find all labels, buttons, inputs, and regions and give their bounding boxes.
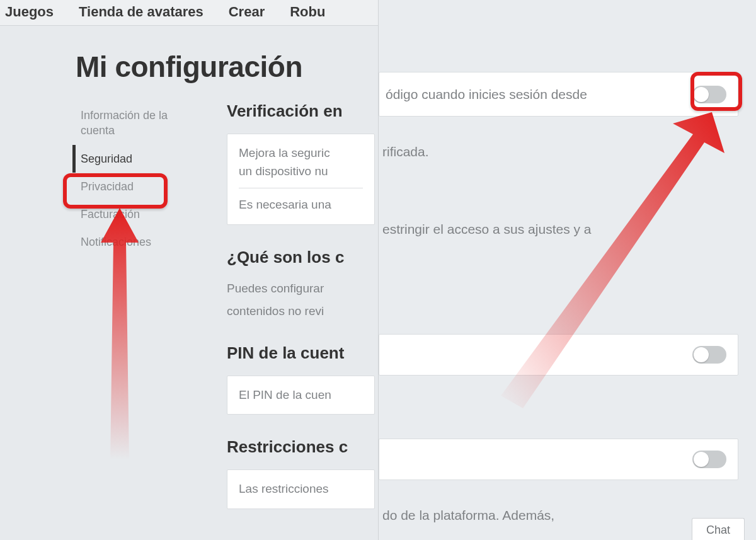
right-settings-pane: ódigo cuando inicies sesión desde rifica… — [378, 0, 756, 540]
what-text-2: contenidos no revi — [227, 302, 375, 321]
sidebar-item-account-info[interactable]: Información de la cuenta — [76, 101, 202, 145]
page-title: Mi configuración — [0, 26, 381, 101]
nav-crear[interactable]: Crear — [229, 4, 265, 20]
restrictions-toggle[interactable] — [692, 451, 726, 468]
sidebar-item-label: Notificaciones — [81, 236, 151, 248]
restrictions-card: Las restricciones — [227, 469, 375, 509]
sidebar-item-notifications[interactable]: Notificaciones — [76, 228, 202, 256]
toggle-knob — [694, 87, 709, 102]
section-what-heading: ¿Qué son los c — [227, 248, 375, 267]
sidebar-item-label: Información de la cuenta — [81, 109, 168, 137]
nav-juegos[interactable]: Juegos — [5, 4, 54, 20]
pin-toggle[interactable] — [692, 346, 726, 364]
what-text-1: Puedes configurar — [227, 280, 375, 298]
toggle-knob — [694, 452, 709, 467]
chat-label: Chat — [706, 524, 730, 536]
divider — [239, 188, 363, 188]
left-settings-pane: Juegos Tienda de avatares Crear Robu Mi … — [0, 0, 381, 540]
toggle-knob — [694, 347, 709, 362]
sidebar-item-security[interactable]: Seguridad — [72, 145, 202, 173]
verification-text-1: Mejora la seguric — [239, 144, 363, 163]
sidebar-item-billing[interactable]: Facturación — [76, 200, 202, 228]
section-verification-heading: Verificación en — [227, 101, 375, 121]
verification-text-2: un dispositivo nu — [239, 163, 363, 181]
two-step-toggle[interactable] — [692, 86, 726, 103]
two-step-text: ódigo cuando inicies sesión desde — [386, 85, 692, 103]
pin-toggle-row — [379, 334, 738, 376]
chat-tab[interactable]: Chat — [692, 518, 745, 540]
top-nav: Juegos Tienda de avatares Crear Robu — [0, 0, 381, 26]
sidebar-item-privacy[interactable]: Privacidad — [76, 173, 202, 200]
two-step-row: ódigo cuando inicies sesión desde — [379, 72, 738, 117]
settings-main: Verificación en Mejora la seguric un dis… — [202, 101, 381, 518]
verification-required-text: Es necesaria una — [239, 196, 363, 214]
restrictions-text: Las restricciones — [239, 482, 329, 495]
pin-card: El PIN de la cuen — [227, 376, 375, 415]
nav-tienda[interactable]: Tienda de avatares — [79, 4, 203, 20]
section-pin-heading: PIN de la cuent — [227, 343, 375, 363]
pin-text: El PIN de la cuen — [239, 388, 331, 401]
settings-sidebar: Información de la cuenta Seguridad Priva… — [76, 101, 202, 518]
sidebar-item-label: Privacidad — [81, 180, 134, 193]
restrictions-toggle-row — [379, 439, 738, 480]
float-text-verified: rificada. — [379, 142, 756, 163]
float-text-restrict: estringir el acceso a sus ajustes y a — [379, 219, 756, 240]
sidebar-item-label: Facturación — [81, 208, 140, 221]
nav-robux[interactable]: Robu — [290, 4, 325, 20]
section-restrictions-heading: Restricciones c — [227, 437, 375, 457]
sidebar-item-label: Seguridad — [81, 152, 132, 165]
verification-card: Mejora la seguric un dispositivo nu Es n… — [227, 134, 375, 225]
